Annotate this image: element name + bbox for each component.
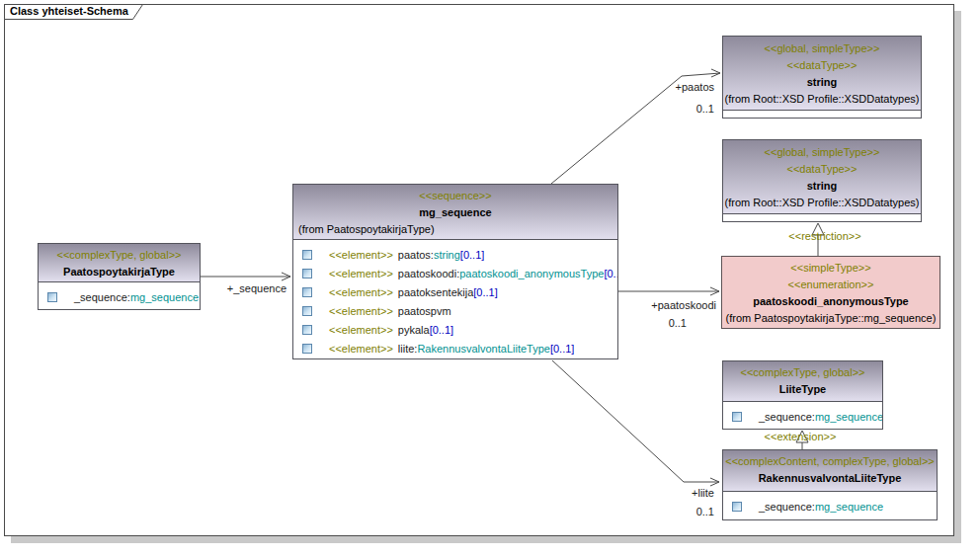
edge-stereotype-restriction: <<restriction>> — [781, 230, 868, 242]
attribute-type: mg_sequence — [130, 291, 199, 303]
class-rakennusvalvontaliitetype[interactable]: <<complexContent, complexType, global>> … — [722, 449, 938, 520]
class-liitetype[interactable]: <<complexType, global>> LiiteType _seque… — [722, 360, 883, 430]
diagram-canvas: Class yhteiset-Schema <<complexType, glo… — [0, 0, 980, 557]
attribute-row[interactable]: _sequence:mg_sequence — [723, 497, 937, 516]
class-header: <<global, simpleType>> <<dataType>> stri… — [723, 37, 921, 111]
attribute-row[interactable]: <<element>>paatoksentekija[0..1] — [293, 282, 617, 301]
attribute-compartment: _sequence:mg_sequence — [723, 402, 882, 429]
attribute-name: _sequence: — [74, 291, 130, 303]
attribute-icon — [302, 344, 312, 354]
stereotype-label: <<global, simpleType>> — [723, 40, 921, 57]
attribute-stereotype: <<element>> — [329, 268, 393, 279]
class-name: string — [723, 74, 921, 91]
attribute-name: paatoksentekija — [398, 286, 473, 298]
class-name: string — [723, 178, 921, 195]
attribute-multiplicity: [0..1] — [473, 286, 497, 298]
edge-stereotype-extension: <<extension>> — [757, 431, 844, 442]
stereotype-label: <<global, simpleType>> — [723, 144, 921, 161]
attribute-multiplicity: [0..1] — [460, 249, 484, 261]
attribute-icon — [47, 292, 57, 302]
attribute-row[interactable]: <<element>>paatoskoodi:paatoskoodi_anony… — [293, 264, 617, 282]
attribute-type: mg_sequence — [815, 501, 883, 513]
class-name: PaatospoytakirjaType — [39, 264, 200, 280]
attribute-name: paatoskoodi: — [398, 268, 459, 279]
from-clause: (from Root::XSD Profile::XSDDatatypes) — [723, 91, 921, 108]
edge-role-paatos: +paatos — [653, 81, 714, 93]
attribute-name: paatos: — [398, 249, 434, 261]
class-string-mid[interactable]: <<global, simpleType>> <<dataType>> stri… — [722, 139, 922, 222]
attribute-name: _sequence: — [759, 411, 815, 423]
empty-compartment — [723, 111, 921, 118]
stereotype-label: <<sequence>> — [293, 188, 617, 204]
stereotype-label: <<dataType>> — [723, 161, 921, 178]
attribute-compartment: <<element>>paatos:string[0..1] <<element… — [293, 240, 617, 358]
attribute-type: paatoskoodi_anonymousType — [459, 268, 604, 279]
attribute-icon — [302, 269, 312, 278]
attribute-multiplicity: [0..1] — [430, 324, 453, 336]
class-name: LiiteType — [723, 381, 882, 398]
class-mg-sequence[interactable]: <<sequence>> mg_sequence (from Paatospoy… — [292, 184, 618, 359]
attribute-name: liite: — [398, 343, 418, 355]
empty-compartment — [723, 214, 921, 221]
attribute-stereotype: <<element>> — [329, 343, 393, 355]
attribute-stereotype: <<element>> — [329, 249, 393, 261]
class-header: <<global, simpleType>> <<dataType>> stri… — [723, 140, 921, 214]
class-header: <<complexType, global>> Paatospoytakirja… — [39, 244, 200, 282]
attribute-icon — [302, 287, 312, 297]
class-paatospoytakirjatype[interactable]: <<complexType, global>> Paatospoytakirja… — [38, 243, 201, 310]
attribute-icon — [302, 325, 312, 335]
stereotype-label: <<dataType>> — [723, 57, 921, 74]
class-header: <<simpleType>> <<enumeration>> paatoskoo… — [722, 257, 939, 328]
edge-role-liite: +liite — [673, 487, 714, 499]
edge-role-paatoskoodi: +paatoskoodi — [635, 299, 716, 311]
class-string-top[interactable]: <<global, simpleType>> <<dataType>> stri… — [722, 36, 922, 119]
attribute-compartment: _sequence:mg_sequence — [723, 492, 937, 519]
attribute-stereotype: <<element>> — [329, 324, 393, 336]
from-clause: (from PaatospoytakirjaType::mg_sequence) — [722, 310, 939, 327]
class-header: <<complexContent, complexType, global>> … — [723, 450, 937, 492]
attribute-type: RakennusvalvontaLiiteType — [417, 343, 550, 355]
attribute-name: paatospvm — [398, 305, 451, 317]
attribute-type: mg_sequence — [815, 411, 882, 423]
class-paatoskoodi-anonymoustype[interactable]: <<simpleType>> <<enumeration>> paatoskoo… — [721, 256, 940, 329]
class-header: <<sequence>> mg_sequence (from Paatospoy… — [293, 185, 617, 240]
attribute-icon — [302, 306, 312, 316]
attribute-icon — [732, 502, 742, 512]
attribute-stereotype: <<element>> — [329, 305, 393, 317]
stereotype-label: <<complexContent, complexType, global>> — [723, 453, 937, 470]
stereotype-label: <<complexType, global>> — [39, 247, 200, 264]
attribute-row[interactable]: <<element>>paatospvm — [293, 301, 617, 320]
stereotype-label: <<simpleType>> — [722, 260, 939, 277]
attribute-multiplicity: [0..1] — [550, 343, 574, 355]
attribute-stereotype: <<element>> — [329, 286, 393, 298]
class-name: mg_sequence — [293, 204, 617, 221]
edge-multiplicity-liite: 0..1 — [673, 506, 714, 517]
attribute-row[interactable]: _sequence:mg_sequence — [723, 407, 882, 426]
attribute-icon — [302, 250, 312, 260]
attribute-type: string — [434, 249, 460, 261]
edge-role-sequence: +_sequence — [221, 282, 286, 294]
attribute-row[interactable]: _sequence:mg_sequence — [39, 287, 200, 306]
edge-multiplicity-paatos: 0..1 — [675, 103, 714, 115]
attribute-compartment: _sequence:mg_sequence — [39, 282, 200, 309]
class-name: paatoskoodi_anonymousType — [722, 293, 939, 310]
attribute-row[interactable]: <<element>>pykala[0..1] — [293, 320, 617, 339]
attribute-name: _sequence: — [759, 501, 815, 513]
edge-multiplicity-paatoskoodi: 0..1 — [647, 317, 687, 329]
from-clause: (from PaatospoytakirjaType) — [293, 221, 617, 238]
attribute-row[interactable]: <<element>>liite:RakennusvalvontaLiiteTy… — [293, 339, 617, 358]
class-header: <<complexType, global>> LiiteType — [723, 361, 882, 402]
attribute-row[interactable]: <<element>>paatos:string[0..1] — [293, 245, 617, 264]
stereotype-label: <<enumeration>> — [722, 277, 939, 293]
attribute-multiplicity: [0..1] — [604, 268, 617, 279]
attribute-name: pykala — [398, 324, 430, 336]
stereotype-label: <<complexType, global>> — [723, 364, 882, 381]
from-clause: (from Root::XSD Profile::XSDDatatypes) — [723, 195, 921, 211]
class-name: RakennusvalvontaLiiteType — [723, 470, 937, 487]
diagram-title: Class yhteiset-Schema — [10, 5, 128, 17]
attribute-icon — [732, 412, 742, 422]
